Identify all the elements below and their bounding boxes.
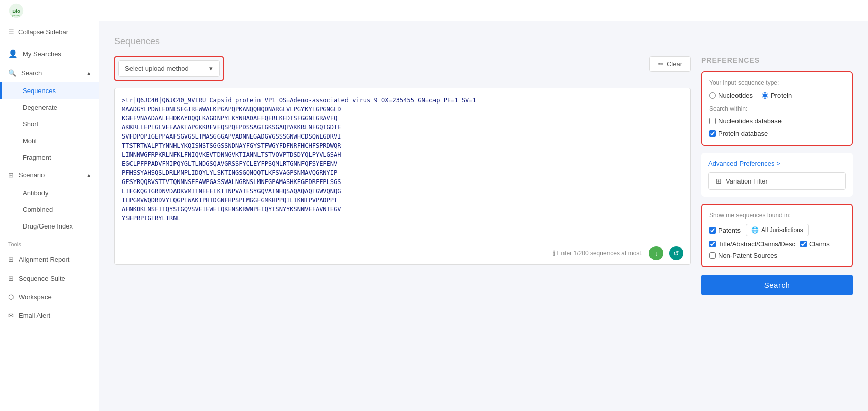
scenario-sub-items: Antibody Combined Drug/Gene Index bbox=[0, 185, 99, 235]
alignment-icon: ⊞ bbox=[8, 256, 14, 263]
sidebar-item-sequence-suite[interactable]: ⊞ Sequence Suite bbox=[0, 269, 99, 288]
title-abstract-text: Title/Abstract/Claims/Desc bbox=[718, 240, 795, 248]
search-within-label: Search within: bbox=[709, 105, 845, 112]
sequence-download-button[interactable]: ↓ bbox=[649, 246, 663, 260]
nucleotides-db-label[interactable]: Nucleotides database bbox=[709, 117, 782, 125]
sidebar-item-short[interactable]: Short bbox=[0, 116, 99, 132]
nucleotides-radio[interactable] bbox=[709, 92, 716, 99]
input-type-label: Your input sequence type: bbox=[709, 79, 845, 86]
sequence-footer: ℹ Enter 1/200 sequences at most. ↓ ↺ bbox=[115, 242, 690, 264]
sidebar: ☰ Collapse Sidebar 👤 My Searches 🔍 Searc… bbox=[0, 21, 99, 411]
sidebar-group-search[interactable]: 🔍 Search ▴ bbox=[0, 64, 99, 82]
logo-icon: Bio patsnap bbox=[8, 3, 24, 19]
patents-checkbox[interactable] bbox=[709, 227, 716, 234]
collapse-sidebar-button[interactable]: ☰ Collapse Sidebar bbox=[0, 21, 99, 43]
preferences-panel: PREFERENCES Your input sequence type: Nu… bbox=[701, 56, 853, 295]
workspace-label: Workspace bbox=[19, 293, 52, 301]
variation-filter-icon: ⊞ bbox=[716, 177, 722, 185]
search-button[interactable]: Search bbox=[701, 275, 853, 295]
protein-label: Protein bbox=[771, 92, 792, 99]
upload-method-wrapper: Select upload method ▾ bbox=[114, 56, 224, 81]
all-jurisdictions-label: All Jurisdictions bbox=[761, 226, 803, 234]
upload-method-select[interactable]: Select upload method ▾ bbox=[118, 60, 220, 77]
variation-filter-label: Variation Filter bbox=[726, 177, 768, 185]
sequence-textarea[interactable] bbox=[115, 88, 690, 240]
sequence-reload-button[interactable]: ↺ bbox=[669, 246, 683, 260]
clear-label: Clear bbox=[667, 60, 682, 68]
reload-icon: ↺ bbox=[673, 249, 679, 257]
hamburger-icon: ☰ bbox=[8, 28, 14, 36]
chevron-down-icon: ▾ bbox=[209, 65, 213, 72]
svg-text:patsnap: patsnap bbox=[12, 14, 20, 16]
upload-method-label: Select upload method bbox=[125, 65, 189, 72]
sidebar-item-combined[interactable]: Combined bbox=[0, 201, 99, 218]
my-searches-icon: 👤 bbox=[8, 49, 18, 58]
advanced-preferences-section: Advanced Preferences > ⊞ Variation Filte… bbox=[701, 153, 853, 197]
nucleotides-label: Nucleotides bbox=[718, 92, 753, 99]
protein-radio-label[interactable]: Protein bbox=[762, 92, 792, 99]
advanced-preferences-link[interactable]: Advanced Preferences > bbox=[708, 160, 780, 167]
nucleotides-radio-label[interactable]: Nucleotides bbox=[709, 92, 753, 99]
sidebar-item-my-searches[interactable]: 👤 My Searches bbox=[0, 43, 99, 64]
claims-checkbox-label[interactable]: Claims bbox=[800, 240, 830, 248]
svg-text:Bio: Bio bbox=[12, 8, 20, 14]
all-jurisdictions-button[interactable]: 🌐 All Jurisdictions bbox=[746, 224, 809, 236]
protein-db-checkbox[interactable] bbox=[709, 130, 716, 137]
non-patent-label[interactable]: Non-Patent Sources bbox=[709, 252, 777, 259]
globe-icon: 🌐 bbox=[751, 226, 759, 234]
content-area: Sequences Select upload method ▾ ✏ C bbox=[99, 21, 868, 411]
show-sequences-section: Show me sequences found in: Patents 🌐 Al… bbox=[701, 204, 853, 267]
search-group-label: Search bbox=[21, 69, 42, 77]
sequence-suite-icon: ⊞ bbox=[8, 275, 14, 282]
my-searches-label: My Searches bbox=[23, 50, 61, 58]
sidebar-item-motif[interactable]: Motif bbox=[0, 132, 99, 149]
collapse-sidebar-label: Collapse Sidebar bbox=[18, 28, 68, 36]
download-icon: ↓ bbox=[655, 249, 658, 257]
logo-area: Bio patsnap bbox=[8, 3, 24, 19]
sidebar-item-drug-gene-index[interactable]: Drug/Gene Index bbox=[0, 218, 99, 235]
title-abstract-label[interactable]: Title/Abstract/Claims/Desc bbox=[709, 240, 795, 248]
sequence-suite-label: Sequence Suite bbox=[19, 275, 65, 282]
non-patent-checkbox[interactable] bbox=[709, 252, 716, 259]
variation-filter-button[interactable]: ⊞ Variation Filter bbox=[708, 172, 846, 190]
sidebar-item-alignment-report[interactable]: ⊞ Alignment Report bbox=[0, 250, 99, 269]
protein-db-label[interactable]: Protein database bbox=[709, 130, 768, 138]
non-patent-row: Non-Patent Sources bbox=[709, 252, 845, 259]
patents-checkbox-label[interactable]: Patents bbox=[709, 226, 741, 234]
claims-checkbox[interactable] bbox=[800, 241, 807, 247]
pref-input-type-section: Your input sequence type: Nucleotides Pr… bbox=[701, 71, 853, 146]
sidebar-item-sequences[interactable]: Sequences bbox=[0, 82, 99, 99]
sequence-container: ℹ Enter 1/200 sequences at most. ↓ ↺ bbox=[114, 88, 691, 265]
search-within-checkbox-group: Nucleotides database Protein database bbox=[709, 117, 845, 138]
email-alert-label: Email Alert bbox=[19, 312, 50, 319]
protein-radio[interactable] bbox=[762, 92, 768, 99]
input-type-radio-group: Nucleotides Protein bbox=[709, 92, 845, 99]
clear-button[interactable]: ✏ Clear bbox=[649, 56, 691, 72]
sequences-left: Select upload method ▾ ✏ Clear bbox=[114, 56, 691, 265]
tools-label: Tools bbox=[0, 235, 99, 250]
clear-icon: ✏ bbox=[658, 60, 664, 68]
sidebar-item-fragment[interactable]: Fragment bbox=[0, 149, 99, 166]
scenario-icon: ⊞ bbox=[8, 171, 14, 179]
claims-label: Claims bbox=[809, 240, 830, 248]
patents-label: Patents bbox=[718, 226, 741, 234]
sidebar-item-antibody[interactable]: Antibody bbox=[0, 185, 99, 201]
search-sub-items: Sequences Degenerate Short Motif Fragmen… bbox=[0, 82, 99, 166]
sequences-main: Select upload method ▾ ✏ Clear bbox=[114, 56, 853, 295]
sequence-count: ℹ Enter 1/200 sequences at most. bbox=[553, 249, 643, 257]
sidebar-group-scenario[interactable]: ⊞ Scenario ▴ bbox=[0, 166, 99, 185]
nucleotides-db-checkbox[interactable] bbox=[709, 118, 716, 124]
alignment-report-label: Alignment Report bbox=[19, 256, 69, 263]
sequences-top-row: Select upload method ▾ ✏ Clear bbox=[114, 56, 691, 88]
sidebar-item-email-alert[interactable]: ✉ Email Alert bbox=[0, 306, 99, 325]
email-icon: ✉ bbox=[8, 312, 14, 319]
workspace-icon: ⬡ bbox=[8, 293, 14, 301]
sidebar-item-degenerate[interactable]: Degenerate bbox=[0, 99, 99, 116]
search-group-icon: 🔍 bbox=[8, 69, 16, 77]
protein-db-text: Protein database bbox=[718, 130, 768, 138]
sequence-count-text: Enter 1/200 sequences at most. bbox=[557, 250, 643, 257]
scenario-label: Scenario bbox=[19, 171, 45, 179]
sidebar-item-workspace[interactable]: ⬡ Workspace bbox=[0, 288, 99, 306]
title-abstract-checkbox[interactable] bbox=[709, 241, 716, 247]
page-section-title: Sequences bbox=[114, 36, 853, 47]
